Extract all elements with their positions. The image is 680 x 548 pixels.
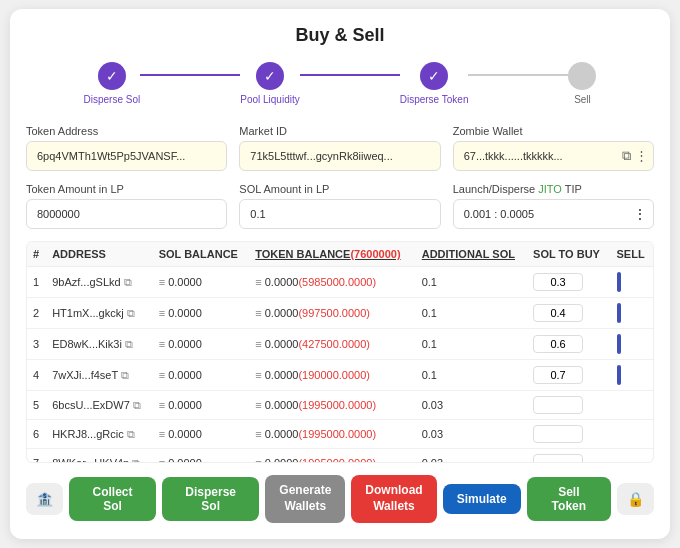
token-address-group: Token Address	[26, 125, 227, 171]
step-label-4: Sell	[574, 94, 591, 105]
cell-sell	[611, 329, 654, 360]
copy-addr-icon[interactable]: ⧉	[121, 369, 129, 381]
cell-token-balance: ≡ 0.0000(997500.0000)	[249, 298, 415, 329]
cell-sol-balance: ≡ 0.0000	[153, 449, 250, 463]
table-body: 1 9bAzf...gSLkd ⧉ ≡ 0.0000 ≡ 0.0000(5985…	[27, 267, 653, 463]
col-sol-to-buy: SOL TO BUY	[527, 242, 610, 267]
sol-to-buy-input[interactable]	[533, 273, 583, 291]
col-address: ADDRESS	[46, 242, 153, 267]
cell-additional-sol: 0.1	[416, 298, 527, 329]
step-circle-2: ✓	[256, 62, 284, 90]
table-scroll[interactable]: # ADDRESS SOL BALANCE TOKEN BALANCE(7600…	[27, 242, 653, 462]
market-id-input[interactable]	[239, 141, 440, 171]
download-wallets-button[interactable]: DownloadWallets	[351, 475, 436, 522]
collect-sol-button[interactable]: Collect Sol	[69, 477, 156, 521]
cell-sol-to-buy[interactable]	[527, 298, 610, 329]
copy-addr-icon[interactable]: ⧉	[133, 399, 141, 411]
sol-to-buy-input[interactable]	[533, 304, 583, 322]
cell-sol-to-buy[interactable]	[527, 391, 610, 420]
step-circle-1: ✓	[98, 62, 126, 90]
jito-tip-input[interactable]	[453, 199, 654, 229]
cell-sol-balance: ≡ 0.0000	[153, 391, 250, 420]
simulate-button[interactable]: Simulate	[443, 484, 521, 514]
cell-num: 7	[27, 449, 46, 463]
col-num: #	[27, 242, 46, 267]
generate-wallets-button[interactable]: GenerateWallets	[265, 475, 345, 522]
cell-sol-to-buy[interactable]	[527, 449, 610, 463]
token-address-label: Token Address	[26, 125, 227, 137]
zombie-wallet-icons: ⧉ ⋮	[622, 148, 648, 164]
cell-address: 9bAzf...gSLkd ⧉	[46, 267, 153, 298]
cell-address: HT1mX...gkckj ⧉	[46, 298, 153, 329]
copy-icon[interactable]: ⧉	[622, 148, 631, 164]
cell-address: 8WKor...UKV4p ⧉	[46, 449, 153, 463]
cell-token-balance: ≡ 0.0000(427500.0000)	[249, 329, 415, 360]
cell-num: 2	[27, 298, 46, 329]
cell-sell	[611, 360, 654, 391]
col-sell: SELL	[611, 242, 654, 267]
bottom-bar: 🏦 Collect Sol Disperse Sol GenerateWalle…	[26, 475, 654, 522]
copy-addr-icon[interactable]: ⧉	[127, 428, 135, 440]
sol-amount-lp-input[interactable]	[239, 199, 440, 229]
menu-icon[interactable]: ⋮	[635, 148, 648, 164]
sol-amount-lp-group: SOL Amount in LP	[239, 183, 440, 229]
wallets-table: # ADDRESS SOL BALANCE TOKEN BALANCE(7600…	[27, 242, 653, 462]
jito-tip-group: Launch/Disperse JITO TIP ⋮	[453, 183, 654, 229]
col-sol-balance: SOL BALANCE	[153, 242, 250, 267]
token-address-input[interactable]	[26, 141, 227, 171]
cell-sol-balance: ≡ 0.0000	[153, 360, 250, 391]
sol-to-buy-input[interactable]	[533, 335, 583, 353]
cell-token-balance: ≡ 0.0000(1995000.0000)	[249, 449, 415, 463]
table-row: 3 ED8wK...Kik3i ⧉ ≡ 0.0000 ≡ 0.0000(4275…	[27, 329, 653, 360]
cell-sol-balance: ≡ 0.0000	[153, 267, 250, 298]
cell-sol-balance: ≡ 0.0000	[153, 329, 250, 360]
table-row: 4 7wXJi...f4seT ⧉ ≡ 0.0000 ≡ 0.0000(1900…	[27, 360, 653, 391]
cell-token-balance: ≡ 0.0000(1995000.0000)	[249, 391, 415, 420]
copy-addr-icon[interactable]: ⧉	[127, 307, 135, 319]
step-line-3	[468, 74, 568, 76]
lock-icon-button[interactable]: 🔒	[617, 483, 654, 515]
cell-sol-balance: ≡ 0.0000	[153, 298, 250, 329]
step-label-3: Disperse Token	[400, 94, 469, 105]
copy-addr-icon[interactable]: ⧉	[132, 457, 140, 463]
cell-sol-to-buy[interactable]	[527, 360, 610, 391]
sell-bar	[617, 334, 621, 354]
wallet-icon-button[interactable]: 🏦	[26, 483, 63, 515]
sol-to-buy-input[interactable]	[533, 396, 583, 414]
step-pool-liquidity: ✓ Pool Liquidity	[240, 62, 299, 105]
disperse-sol-button[interactable]: Disperse Sol	[162, 477, 259, 521]
sell-token-button[interactable]: Sell Token	[527, 477, 611, 521]
cell-sol-to-buy[interactable]	[527, 267, 610, 298]
sell-bar	[617, 365, 621, 385]
step-circle-4	[568, 62, 596, 90]
sol-to-buy-input[interactable]	[533, 454, 583, 462]
cell-sol-to-buy[interactable]	[527, 329, 610, 360]
token-amount-lp-group: Token Amount in LP	[26, 183, 227, 229]
market-id-group: Market ID	[239, 125, 440, 171]
cell-address: ED8wK...Kik3i ⧉	[46, 329, 153, 360]
token-amount-lp-input[interactable]	[26, 199, 227, 229]
cell-address: 7wXJi...f4seT ⧉	[46, 360, 153, 391]
main-container: Buy & Sell ✓ Disperse Sol ✓ Pool Liquidi…	[10, 9, 670, 538]
jito-tip-label: Launch/Disperse JITO TIP	[453, 183, 654, 195]
sol-to-buy-input[interactable]	[533, 366, 583, 384]
step-label-1: Disperse Sol	[84, 94, 141, 105]
copy-addr-icon[interactable]: ⧉	[125, 338, 133, 350]
form-row-1: Token Address Market ID Zombie Wallet ⧉ …	[26, 125, 654, 171]
step-line-1	[140, 74, 240, 76]
cell-num: 1	[27, 267, 46, 298]
col-additional-sol: ADDITIONAL SOL	[416, 242, 527, 267]
sell-bar	[617, 303, 621, 323]
token-amount-lp-label: Token Amount in LP	[26, 183, 227, 195]
cell-sol-to-buy[interactable]	[527, 420, 610, 449]
table-row: 2 HT1mX...gkckj ⧉ ≡ 0.0000 ≡ 0.0000(9975…	[27, 298, 653, 329]
step-sell: Sell	[568, 62, 596, 105]
sell-bar	[617, 272, 621, 292]
sol-amount-lp-label: SOL Amount in LP	[239, 183, 440, 195]
sol-to-buy-input[interactable]	[533, 425, 583, 443]
cell-additional-sol: 0.03	[416, 420, 527, 449]
copy-addr-icon[interactable]: ⧉	[124, 276, 132, 288]
jito-menu-icon[interactable]: ⋮	[634, 207, 646, 221]
step-label-2: Pool Liquidity	[240, 94, 299, 105]
step-disperse-sol: ✓ Disperse Sol	[84, 62, 141, 105]
